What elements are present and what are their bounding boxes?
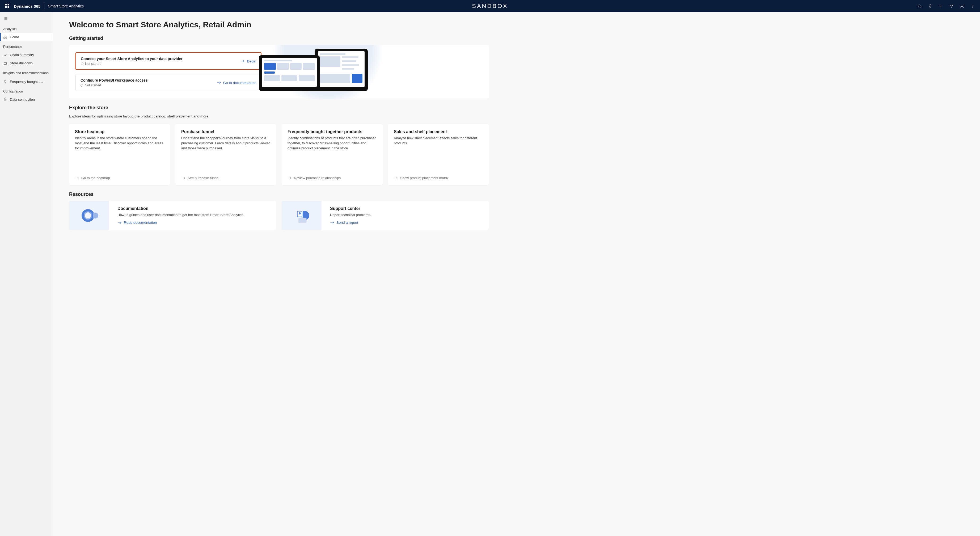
sidebar: Analytics Home Performance Chain summary…	[0, 12, 53, 536]
card-desc: Analyze how shelf placement affects sale…	[394, 136, 483, 146]
svg-point-26	[299, 212, 301, 215]
arrow-right-icon	[75, 177, 79, 180]
settings-icon[interactable]	[957, 1, 967, 11]
sidebar-item-store-drilldown[interactable]: Store drilldown	[0, 59, 53, 67]
status-indicator-icon	[81, 84, 83, 87]
card-cta[interactable]: See purchase funnel	[181, 172, 270, 180]
explore-cards: Store heatmap Identify areas in the stor…	[69, 124, 489, 185]
card-title: Purchase funnel	[181, 129, 270, 134]
bulb-icon	[3, 80, 7, 84]
card-desc: Identify areas in the store where custom…	[75, 136, 164, 151]
sidebar-section-performance: Performance	[0, 41, 53, 51]
task-action-docs[interactable]: Go to documentation	[217, 81, 256, 85]
task-action-begin[interactable]: Begin	[240, 59, 256, 63]
resource-title: Documentation	[118, 206, 270, 211]
resource-desc: Report technical problems.	[330, 213, 483, 217]
card-title: Store heatmap	[75, 129, 164, 134]
sidebar-toggle-icon[interactable]	[1, 14, 11, 23]
card-title: Sales and shelf placement	[394, 129, 483, 134]
idea-icon[interactable]	[925, 1, 935, 11]
plug-icon	[3, 97, 7, 102]
task-status: Not started	[81, 62, 183, 66]
getting-started-heading: Getting started	[69, 36, 489, 41]
resource-cards: Documentation How-to guides and user doc…	[69, 201, 489, 230]
app-launcher-icon[interactable]	[3, 2, 11, 10]
device-mockup-back	[315, 49, 368, 91]
card-cta[interactable]: Show product placement matrix	[394, 172, 483, 180]
task-connect-provider[interactable]: Connect your Smart Store Analytics to yo…	[75, 52, 261, 70]
getting-started-illustration: ✦	[261, 52, 373, 91]
search-icon[interactable]	[915, 1, 924, 11]
card-sales-shelf[interactable]: Sales and shelf placement Analyze how sh…	[388, 124, 489, 185]
environment-label: SANDBOX	[472, 3, 508, 10]
svg-rect-27	[298, 218, 306, 223]
sidebar-item-chain-summary[interactable]: Chain summary	[0, 51, 53, 59]
status-indicator-icon	[81, 62, 83, 65]
chart-icon	[3, 53, 7, 57]
app-name: Smart Store Analytics	[48, 4, 84, 8]
resource-documentation[interactable]: Documentation How-to guides and user doc…	[69, 201, 276, 230]
arrow-right-icon	[118, 221, 122, 224]
sidebar-section-analytics: Analytics	[0, 23, 53, 33]
svg-point-0	[918, 5, 920, 6]
filter-icon[interactable]	[947, 1, 956, 11]
help-icon[interactable]	[968, 1, 977, 11]
home-icon	[3, 35, 7, 39]
explore-heading: Explore the store	[69, 105, 489, 111]
device-mockup-front	[259, 55, 320, 91]
resources-heading: Resources	[69, 192, 489, 197]
resource-support[interactable]: Support center Report technical problems…	[282, 201, 489, 230]
resource-cta[interactable]: Send a report	[330, 221, 483, 224]
brand-divider	[44, 3, 45, 9]
global-header: Dynamics 365 Smart Store Analytics SANDB…	[0, 0, 980, 12]
card-store-heatmap[interactable]: Store heatmap Identify areas in the stor…	[69, 124, 170, 185]
sidebar-section-insights: Insights and recommendations	[0, 67, 53, 78]
arrow-right-icon	[181, 177, 186, 180]
svg-rect-28	[302, 216, 303, 218]
sidebar-item-data-connection[interactable]: Data connection	[0, 95, 53, 103]
main-content: Welcome to Smart Store Analytics, Retail…	[53, 12, 505, 536]
sidebar-item-label: Frequently bought t…	[10, 80, 43, 84]
arrow-right-icon	[330, 221, 334, 224]
brand-name: Dynamics 365	[14, 4, 40, 8]
task-title: Connect your Smart Store Analytics to yo…	[81, 57, 183, 61]
explore-subtitle: Explore ideas for optimizing store layou…	[69, 114, 489, 118]
card-desc: Understand the shopper's journey from st…	[181, 136, 270, 151]
resource-title: Support center	[330, 206, 483, 211]
sidebar-item-label: Chain summary	[10, 53, 34, 57]
card-desc: Identify combinations of products that a…	[288, 136, 377, 151]
arrow-right-icon	[217, 81, 221, 84]
arrow-right-icon	[288, 177, 292, 180]
svg-rect-13	[4, 63, 6, 65]
support-illustration	[282, 201, 321, 230]
card-title: Frequently bought together products	[288, 129, 377, 134]
resource-desc: How-to guides and user documentation to …	[118, 213, 270, 217]
documentation-illustration	[69, 201, 109, 230]
add-icon[interactable]	[936, 1, 945, 11]
arrow-right-icon	[240, 59, 245, 63]
sidebar-item-label: Store drilldown	[10, 61, 33, 65]
svg-point-4	[961, 6, 963, 6]
task-status: Not started	[81, 83, 148, 87]
sidebar-item-label: Data connection	[10, 97, 35, 102]
getting-started-panel: Connect your Smart Store Analytics to yo…	[69, 45, 489, 99]
card-frequently-bought[interactable]: Frequently bought together products Iden…	[282, 124, 383, 185]
sidebar-item-frequently-bought[interactable]: Frequently bought t…	[0, 78, 53, 86]
svg-rect-14	[4, 99, 6, 100]
arrow-right-icon	[394, 177, 398, 180]
card-purchase-funnel[interactable]: Purchase funnel Understand the shopper's…	[175, 124, 276, 185]
page-title: Welcome to Smart Store Analytics, Retail…	[69, 20, 489, 29]
svg-line-1	[920, 6, 921, 8]
sidebar-section-configuration: Configuration	[0, 86, 53, 95]
card-cta[interactable]: Go to the heatmap	[75, 172, 164, 180]
store-icon	[3, 61, 7, 65]
resource-cta[interactable]: Read documentation	[118, 221, 270, 224]
card-cta[interactable]: Review purchase relationships	[288, 172, 377, 180]
sidebar-item-home[interactable]: Home	[0, 33, 53, 41]
task-title: Configure PowerBI workspace access	[81, 78, 148, 83]
sidebar-item-label: Home	[10, 35, 19, 39]
task-configure-powerbi[interactable]: Configure PowerBI workspace access Not s…	[75, 74, 261, 91]
